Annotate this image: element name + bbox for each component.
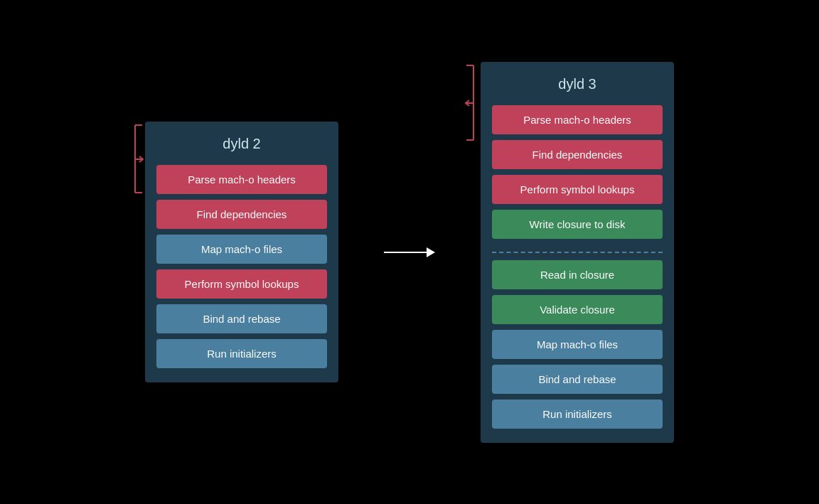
dyld2-step-1: Find dependencies [156, 200, 327, 229]
dyld2-step-0: Parse mach-o headers [156, 165, 327, 194]
dyld3-bottom-step-3: Bind and rebase [492, 365, 663, 394]
dyld2-title: dyld 2 [156, 136, 327, 152]
dyld2-step-5: Run initializers [156, 339, 327, 368]
diagram: dyld 2 Parse mach-o headers Find depende… [145, 62, 674, 443]
dyld3-title: dyld 3 [492, 76, 663, 92]
arrow-head [427, 247, 435, 257]
dyld2-step-3: Perform symbol lookups [156, 269, 327, 299]
dyld3-box: dyld 3 Parse mach-o headers Find depende… [481, 62, 674, 443]
dyld3-top-step-1: Find dependencies [492, 140, 663, 169]
dyld3-container: dyld 3 Parse mach-o headers Find depende… [481, 62, 674, 443]
divider [492, 252, 663, 253]
dyld3-bracket [462, 62, 479, 146]
main-arrow [381, 247, 438, 257]
dyld3-top-step-3: Write closure to disk [492, 210, 663, 239]
dyld3-bottom-step-4: Run initializers [492, 400, 663, 429]
dyld3-bottom-step-0: Read in closure [492, 260, 663, 289]
dyld3-top-step-0: Parse mach-o headers [492, 105, 663, 134]
arrow-line [384, 252, 427, 253]
arrow-shape [384, 247, 435, 257]
dyld2-bracket [129, 122, 144, 196]
dyld2-box: dyld 2 Parse mach-o headers Find depende… [145, 122, 338, 382]
dyld3-bottom-step-1: Validate closure [492, 295, 663, 324]
dyld2-step-2: Map mach-o files [156, 235, 327, 264]
dyld2-container: dyld 2 Parse mach-o headers Find depende… [145, 122, 338, 382]
dyld3-bottom-step-2: Map mach-o files [492, 330, 663, 359]
dyld2-step-4: Bind and rebase [156, 304, 327, 333]
dyld3-top-step-2: Perform symbol lookups [492, 175, 663, 204]
